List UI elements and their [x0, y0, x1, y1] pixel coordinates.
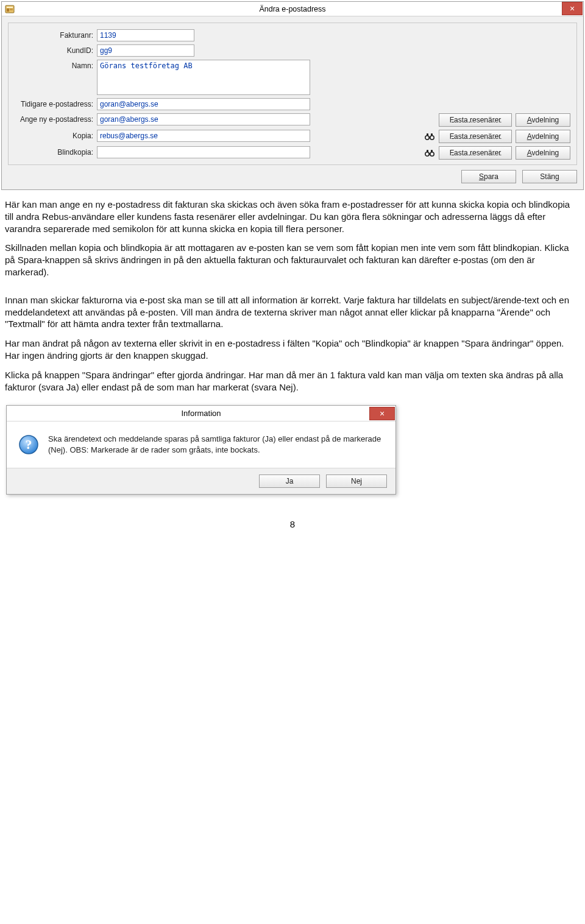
close-button[interactable]: ×	[369, 407, 395, 420]
information-dialog: Information × ? Ska ärendetext och medde…	[6, 405, 396, 495]
email-change-dialog: Ändra e-postadress × Fakturanr: KundID: …	[1, 1, 584, 190]
titlebar[interactable]: Ändra e-postadress ×	[2, 2, 583, 16]
svg-rect-7	[427, 133, 428, 136]
label-kopia: Kopia:	[15, 130, 97, 140]
label-namn: Namn:	[15, 60, 97, 70]
page-number: 8	[0, 495, 585, 535]
fasta-resenarer-button-ny[interactable]: Fasta resenärer	[439, 113, 512, 127]
blindkopia-field[interactable]	[97, 146, 310, 158]
svg-rect-2	[7, 9, 9, 12]
svg-point-5	[430, 136, 434, 139]
fakturanr-field[interactable]	[97, 29, 194, 41]
dialog-title: Ändra e-postadress	[259, 5, 325, 13]
svg-rect-8	[431, 133, 433, 136]
svg-point-9	[425, 152, 429, 156]
close-footer-button[interactable]: Stäng	[522, 170, 577, 183]
titlebar[interactable]: Information ×	[7, 406, 395, 421]
close-button[interactable]: ×	[562, 2, 583, 15]
svg-rect-13	[431, 150, 433, 152]
kundid-field[interactable]	[97, 44, 194, 57]
tidigare-email-field	[97, 98, 310, 110]
yes-button[interactable]: Ja	[259, 474, 320, 488]
label-blindkopia: Blindkopia:	[15, 146, 97, 157]
fasta-resenarer-button-kopia[interactable]: Fasta resenärer	[439, 130, 512, 143]
fasta-resenarer-button-blind[interactable]: Fasta resenärer	[439, 146, 512, 160]
binoculars-icon[interactable]	[424, 147, 435, 158]
avdelning-button-kopia[interactable]: Avdelning	[516, 130, 570, 143]
svg-rect-6	[429, 137, 431, 138]
svg-rect-3	[10, 9, 13, 10]
avdelning-button-ny[interactable]: Avdelning	[516, 113, 570, 127]
document-body: Här kan man ange en ny e-postadress dit …	[0, 190, 585, 403]
form-group: Fakturanr: KundID: Namn: Görans testföre…	[8, 23, 577, 165]
binoculars-icon[interactable]	[424, 131, 435, 142]
paragraph: Klicka på knappen "Spara ändringar" efte…	[5, 369, 580, 393]
ny-email-field[interactable]	[97, 113, 310, 125]
paragraph: Har man ändrat på någon av texterna elle…	[5, 337, 580, 362]
svg-rect-12	[427, 150, 428, 152]
svg-point-10	[430, 152, 434, 156]
label-kundid: KundID:	[15, 44, 97, 55]
dialog-title: Information	[181, 409, 221, 418]
paragraph: Här kan man ange en ny e-postadress dit …	[5, 199, 580, 235]
namn-field[interactable]: Görans testföretag AB	[97, 60, 310, 95]
no-button[interactable]: Nej	[326, 474, 387, 488]
question-icon: ?	[18, 434, 40, 456]
avdelning-button-blind[interactable]: Avdelning	[516, 146, 570, 160]
paragraph: Innan man skickar fakturorna via e-post …	[5, 294, 580, 330]
svg-rect-11	[429, 153, 431, 155]
svg-text:?: ?	[26, 437, 32, 452]
label-tidigare: Tidigare e-postadress:	[15, 98, 97, 108]
svg-rect-1	[7, 7, 13, 8]
information-message: Ska ärendetext och meddelande sparas på …	[48, 434, 385, 456]
label-fakturanr: Fakturanr:	[15, 29, 97, 40]
label-ny: Ange ny e-postadress:	[15, 113, 97, 124]
kopia-field[interactable]	[97, 130, 310, 142]
svg-point-4	[425, 136, 429, 139]
save-button[interactable]: Spara	[461, 170, 516, 183]
app-icon	[4, 4, 15, 15]
paragraph: Skillnaden mellan kopia och blindkopia ä…	[5, 242, 580, 278]
